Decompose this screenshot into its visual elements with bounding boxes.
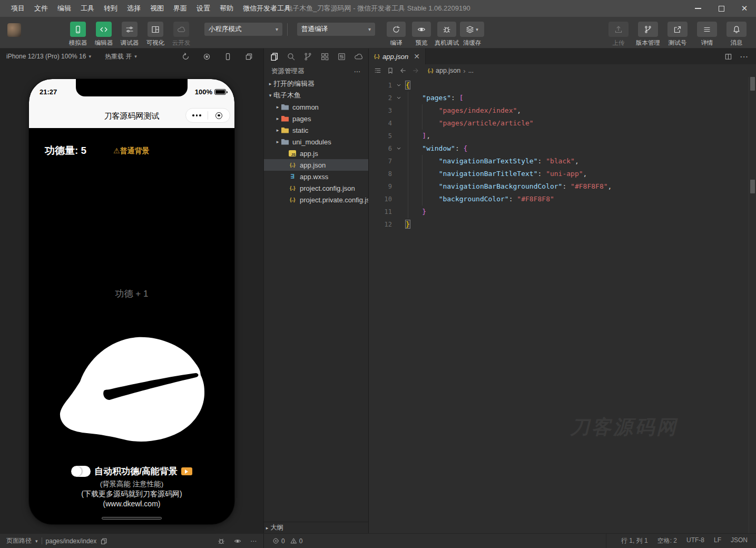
code-editor[interactable]: 1{2 "pages": [3 "pages/index/index",4 "p…	[369, 77, 756, 231]
explorer-item-open-editors[interactable]: ▸打开的编辑器	[264, 78, 368, 90]
eye-button[interactable]: 预览	[411, 22, 432, 47]
code-button[interactable]: 编辑器	[93, 22, 114, 47]
compile-button[interactable]: 编译	[386, 22, 407, 47]
menu-item-3[interactable]: 工具	[76, 0, 99, 17]
menu-item-6[interactable]: 视图	[145, 0, 169, 17]
fold-chevron-icon[interactable]	[392, 92, 406, 104]
menu-item-1[interactable]: 文件	[30, 0, 53, 17]
code-line-5[interactable]: 5 ],	[369, 130, 756, 142]
more-actions-icon[interactable]: ⋯	[354, 67, 361, 75]
menu-item-8[interactable]: 设置	[192, 0, 215, 17]
button-label: 模拟器	[69, 39, 87, 47]
source-control-icon[interactable]	[303, 52, 312, 61]
files-icon[interactable]	[269, 52, 279, 61]
menu-item-10[interactable]: 微信开发者工具	[238, 0, 296, 17]
more-actions-icon[interactable]: ⋯	[740, 52, 749, 62]
phone-button[interactable]: 模拟器	[67, 22, 89, 47]
search-icon[interactable]	[286, 52, 296, 61]
extensions-icon[interactable]	[320, 52, 329, 61]
page-path-label[interactable]: 页面路径	[6, 536, 32, 545]
close-miniprogram-button[interactable]	[208, 112, 230, 119]
windows-icon[interactable]	[245, 53, 253, 61]
tab-close-icon[interactable]: ✕	[414, 52, 420, 61]
scrollbar-handle[interactable]	[750, 77, 755, 91]
maximize-button[interactable]	[710, 0, 733, 17]
explorer-item-project-root[interactable]: ▾电子木鱼	[264, 90, 368, 101]
branch-button[interactable]: 版本管理	[635, 22, 661, 47]
explorer-item-common[interactable]: ▸common	[264, 101, 368, 113]
vconsole-icon[interactable]	[218, 537, 225, 545]
explorer-item-project.config.json[interactable]: {..}project.config.json	[264, 182, 368, 194]
explorer-item-static[interactable]: ▸static	[264, 124, 368, 136]
device-icon[interactable]	[224, 53, 232, 61]
split-editor-icon[interactable]	[724, 53, 732, 61]
code-line-10[interactable]: 10 "backgroundColor": "#F8F8F8"	[369, 193, 756, 206]
rotate-icon[interactable]	[182, 53, 190, 61]
record-icon[interactable]	[203, 53, 211, 61]
menu-item-9[interactable]: 帮助	[215, 0, 238, 17]
code-line-7[interactable]: 7 "navigationBarTextStyle": "black",	[369, 155, 756, 168]
code-line-1[interactable]: 1{	[369, 79, 756, 92]
breadcrumb-file[interactable]: {..} app.json › ...	[428, 67, 474, 75]
code-line-12[interactable]: 12}	[369, 218, 756, 231]
layers-button[interactable]: ▾清缓存	[462, 22, 483, 47]
explorer-item-pages[interactable]: ▸pages	[264, 113, 368, 124]
more-menu-button[interactable]	[186, 114, 208, 116]
close-button[interactable]: ✕	[733, 0, 756, 17]
fold-chevron-icon[interactable]	[392, 142, 406, 155]
cursor-position[interactable]: 行 1, 列 1	[621, 536, 648, 545]
npm-scripts-icon[interactable]	[337, 52, 346, 61]
arrow-left-icon[interactable]	[399, 67, 407, 74]
code-line-6[interactable]: 6 "window": {	[369, 142, 756, 155]
menu-item-2[interactable]: 编辑	[53, 0, 76, 17]
language-mode[interactable]: JSON	[731, 536, 748, 545]
code-line-8[interactable]: 8 "navigationBarTitleText": "uni-app",	[369, 168, 756, 180]
external-button[interactable]: 测试号	[664, 22, 691, 47]
preview-eye-icon[interactable]	[234, 537, 241, 545]
explorer-item-app.wxss[interactable]: ∃app.wxss	[264, 171, 368, 182]
code-line-4[interactable]: 4 "pages/article/article"	[369, 117, 756, 130]
copy-icon[interactable]	[100, 537, 107, 545]
menu-item-0[interactable]: 项目	[6, 0, 30, 17]
video-ad-icon[interactable]	[181, 467, 192, 475]
arrow-right-icon[interactable]	[412, 67, 419, 74]
background-mode-badge[interactable]: ⚠普通背景	[113, 146, 150, 156]
menu-item-5[interactable]: 选择	[122, 0, 145, 17]
bell-button[interactable]: 消息	[723, 22, 750, 47]
layout-button[interactable]: 可视化	[145, 22, 166, 47]
explorer-item-project.private.config.js...[interactable]: {..}project.private.config.js...	[264, 194, 368, 206]
hot-reload-toggle[interactable]: 热重载 开 ▾	[105, 52, 137, 61]
mode-dropdown[interactable]: 小程序模式 ▾	[204, 23, 282, 36]
menu-item-7[interactable]: 界面	[169, 0, 192, 17]
eol-setting[interactable]: LF	[714, 536, 721, 545]
wooden-fish-image[interactable]	[58, 336, 206, 444]
compile-mode-dropdown[interactable]: 普通编译 ▾	[297, 23, 375, 36]
code-line-3[interactable]: 3 "pages/index/index",	[369, 104, 756, 117]
bookmark-icon[interactable]	[387, 67, 394, 74]
item-label: 电子木鱼	[273, 91, 301, 100]
more-actions-icon[interactable]: ⋯	[250, 537, 257, 545]
code-line-9[interactable]: 9 "navigationBarBackgroundColor": "#F8F8…	[369, 180, 756, 193]
explorer-item-uni-modules[interactable]: ▸uni_modules	[264, 136, 368, 148]
list-button[interactable]: 详情	[694, 22, 720, 47]
encoding[interactable]: UTF-8	[686, 536, 704, 545]
code-line-11[interactable]: 11 }	[369, 206, 756, 218]
code-line-2[interactable]: 2 "pages": [	[369, 92, 756, 104]
explorer-item-app.json[interactable]: {..}app.json	[264, 159, 368, 171]
avatar[interactable]	[7, 23, 21, 37]
outline-section[interactable]: ▸ 大纲	[264, 522, 368, 533]
menu-item-4[interactable]: 转到	[99, 0, 122, 17]
bug-button[interactable]: 真机调试	[436, 22, 457, 47]
explorer-item-app.js[interactable]: JSapp.js	[264, 148, 368, 159]
tab-app-json[interactable]: {..} app.json ✕	[369, 48, 426, 64]
problems-indicator[interactable]: 0 0	[272, 537, 302, 545]
scrollbar-handle[interactable]	[750, 180, 755, 193]
outline-icon[interactable]	[374, 67, 381, 74]
fold-chevron-icon[interactable]	[392, 79, 406, 92]
cloud-icon[interactable]	[354, 52, 363, 61]
device-selector[interactable]: iPhone 12/13 (Pro) 100% 16 ▾	[6, 53, 91, 60]
auto-merit-toggle[interactable]	[71, 466, 91, 477]
sliders-button[interactable]: 调试器	[119, 22, 140, 47]
indent-setting[interactable]: 空格: 2	[657, 536, 677, 545]
minimize-button[interactable]	[686, 0, 710, 17]
